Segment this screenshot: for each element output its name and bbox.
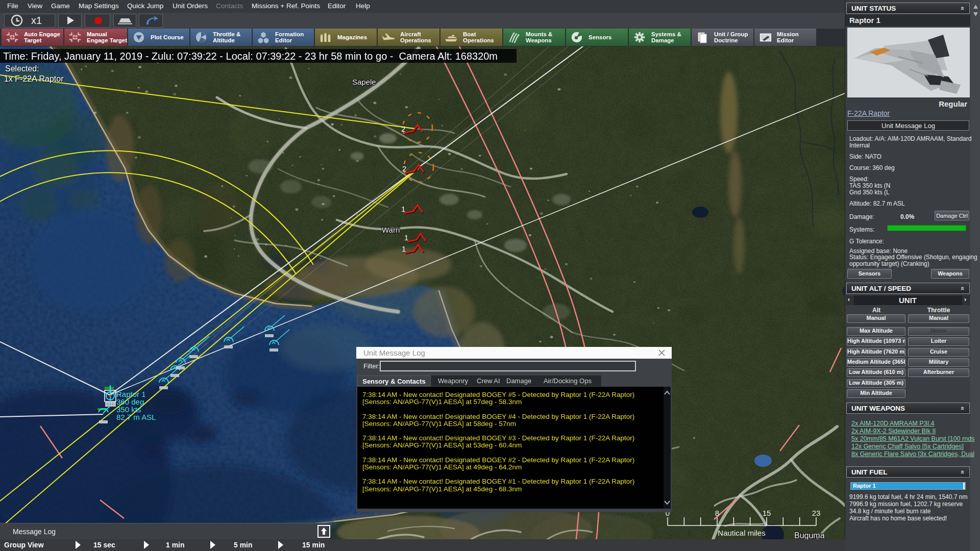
svg-text:82.7 m ASL: 82.7 m ASL	[116, 413, 156, 421]
svg-text:Sapele: Sapele	[352, 78, 376, 86]
svg-text:Warri: Warri	[382, 226, 400, 234]
svg-text:Nautical miles: Nautical miles	[718, 529, 765, 537]
svg-text:x1: x1	[31, 15, 42, 26]
svg-text:Buguma: Buguma	[794, 531, 825, 540]
svg-text:2: 2	[401, 124, 405, 133]
svg-text:2: 2	[402, 164, 406, 173]
svg-text:1: 1	[404, 233, 408, 242]
svg-text:8: 8	[715, 509, 719, 517]
svg-text:23: 23	[812, 509, 821, 517]
svg-text:1: 1	[402, 244, 406, 253]
svg-text:1: 1	[401, 205, 405, 213]
svg-text:15: 15	[763, 509, 771, 517]
